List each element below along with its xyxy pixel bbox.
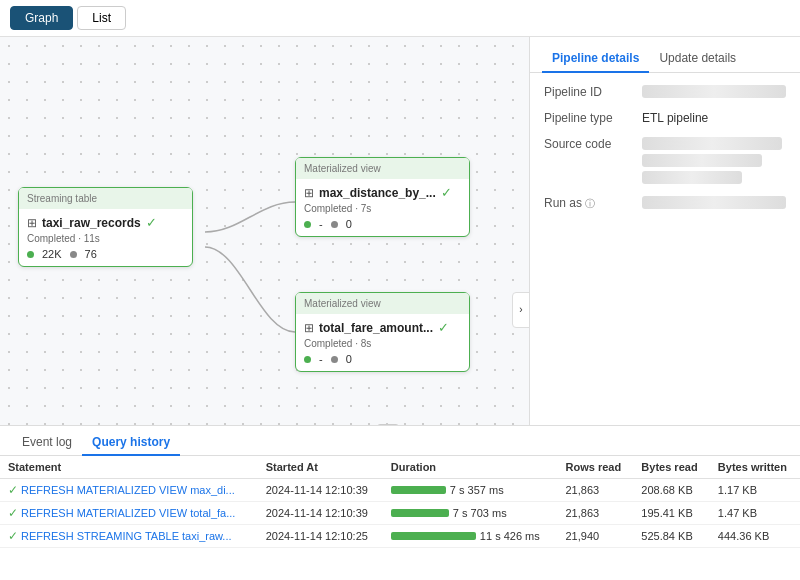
mat1-status: Completed · 7s — [304, 203, 461, 214]
duration-bar-2: 11 s 426 ms — [391, 530, 540, 542]
streaming-dot-green — [27, 251, 34, 258]
mat2-title: total_fare_amount... — [319, 321, 433, 335]
table-icon-mat1: ⊞ — [304, 186, 314, 200]
query-history-table: Statement Started At Duration Rows read … — [0, 456, 800, 548]
streaming-metrics: 22K 76 — [27, 248, 184, 260]
mat1-dot-green — [304, 221, 311, 228]
pipeline-id-value — [642, 85, 786, 98]
tab-event-log[interactable]: Event log — [12, 430, 82, 456]
dur-bar-fill-0 — [391, 486, 446, 494]
table-icon-streaming: ⊞ — [27, 216, 37, 230]
mat2-metrics: - 0 — [304, 353, 461, 365]
panel-row-pipeline-id: Pipeline ID — [544, 85, 786, 99]
toolbar: Graph List — [0, 0, 800, 37]
mat2-dot-green — [304, 356, 311, 363]
cell-started-at-1: 2024-11-14 12:10:39 — [258, 502, 383, 525]
cell-bytes-read-2: 525.84 KB — [633, 525, 710, 548]
table-row: ✓ REFRESH STREAMING TABLE taxi_raw... 20… — [0, 525, 800, 548]
cell-bytes-written-2: 444.36 KB — [710, 525, 800, 548]
table-icon-mat2: ⊞ — [304, 321, 314, 335]
cell-statement-2: ✓ REFRESH STREAMING TABLE taxi_raw... — [0, 525, 258, 548]
cell-statement-1: ✓ REFRESH MATERIALIZED VIEW total_fa... — [0, 502, 258, 525]
col-header-rows-read: Rows read — [557, 456, 633, 479]
streaming-metric2: 76 — [85, 248, 97, 260]
statement-link-2[interactable]: REFRESH STREAMING TABLE taxi_raw... — [21, 530, 231, 542]
graph-tab-button[interactable]: Graph — [10, 6, 73, 30]
node-mat-view-2[interactable]: Materialized view ⊞ total_fare_amount...… — [295, 292, 470, 372]
tab-update-details[interactable]: Update details — [649, 45, 746, 73]
tab-pipeline-details[interactable]: Pipeline details — [542, 45, 649, 73]
col-header-duration: Duration — [383, 456, 558, 479]
row-status-icon-0: ✓ — [8, 483, 18, 497]
run-as-info-icon: ⓘ — [585, 198, 595, 209]
source-code-label: Source code — [544, 137, 634, 184]
streaming-label-text: Streaming table — [27, 193, 97, 204]
mat2-metric1: - — [319, 353, 323, 365]
bottom-tabs: Event log Query history — [0, 426, 800, 456]
cell-duration-0: 7 s 357 ms — [383, 479, 558, 502]
duration-text-0: 7 s 357 ms — [450, 484, 504, 496]
run-as-label: Run as ⓘ — [544, 196, 634, 211]
row-status-icon-1: ✓ — [8, 506, 18, 520]
cell-duration-1: 7 s 703 ms — [383, 502, 558, 525]
mat1-label-text: Materialized view — [304, 163, 381, 174]
source-code-value — [642, 137, 786, 184]
mat2-label-text: Materialized view — [304, 298, 381, 309]
mat1-check-icon: ✓ — [441, 185, 452, 200]
streaming-check-icon: ✓ — [146, 215, 157, 230]
node-mat-view-1[interactable]: Materialized view ⊞ max_distance_by_... … — [295, 157, 470, 237]
statement-link-1[interactable]: REFRESH MATERIALIZED VIEW total_fa... — [21, 507, 235, 519]
pipeline-type-value: ETL pipeline — [642, 111, 786, 125]
duration-bar-1: 7 s 703 ms — [391, 507, 507, 519]
streaming-status: Completed · 11s — [27, 233, 184, 244]
query-history-table-container: Statement Started At Duration Rows read … — [0, 456, 800, 548]
bottom-section: Event log Query history Statement Starte… — [0, 425, 800, 580]
pipeline-id-label: Pipeline ID — [544, 85, 634, 99]
duration-bar-0: 7 s 357 ms — [391, 484, 504, 496]
mat1-metrics: - 0 — [304, 218, 461, 230]
streaming-dot-grey — [70, 251, 77, 258]
duration-text-2: 11 s 426 ms — [480, 530, 540, 542]
col-header-statement: Statement — [0, 456, 258, 479]
table-header-row: Statement Started At Duration Rows read … — [0, 456, 800, 479]
run-as-value — [642, 196, 786, 209]
cell-bytes-written-0: 1.17 KB — [710, 479, 800, 502]
statement-link-0[interactable]: REFRESH MATERIALIZED VIEW max_di... — [21, 484, 235, 496]
cell-statement-0: ✓ REFRESH MATERIALIZED VIEW max_di... — [0, 479, 258, 502]
node-streaming-body: ⊞ taxi_raw_records ✓ Completed · 11s 22K… — [19, 209, 192, 266]
mat1-dot-grey — [331, 221, 338, 228]
tab-query-history[interactable]: Query history — [82, 430, 180, 456]
mat2-dot-grey — [331, 356, 338, 363]
col-header-bytes-written: Bytes written — [710, 456, 800, 479]
collapse-panel-button[interactable]: › — [512, 292, 530, 328]
streaming-title: taxi_raw_records — [42, 216, 141, 230]
cell-rows-read-2: 21,940 — [557, 525, 633, 548]
cell-started-at-0: 2024-11-14 12:10:39 — [258, 479, 383, 502]
mat2-check-icon: ✓ — [438, 320, 449, 335]
node-streaming-table[interactable]: Streaming table ⊞ taxi_raw_records ✓ Com… — [18, 187, 193, 267]
panel-row-pipeline-type: Pipeline type ETL pipeline — [544, 111, 786, 125]
list-tab-button[interactable]: List — [77, 6, 126, 30]
streaming-metric1: 22K — [42, 248, 62, 260]
mat1-metric1: - — [319, 218, 323, 230]
panel-row-source-code: Source code — [544, 137, 786, 184]
panel-tabs: Pipeline details Update details — [530, 37, 800, 73]
dur-bar-fill-2 — [391, 532, 476, 540]
col-header-started-at: Started At — [258, 456, 383, 479]
node-mat2-label: Materialized view — [296, 293, 469, 314]
node-streaming-label: Streaming table — [19, 188, 192, 209]
mat2-metric2: 0 — [346, 353, 352, 365]
table-row: ✓ REFRESH MATERIALIZED VIEW total_fa... … — [0, 502, 800, 525]
cell-bytes-read-0: 208.68 KB — [633, 479, 710, 502]
duration-text-1: 7 s 703 ms — [453, 507, 507, 519]
cell-bytes-read-1: 195.41 KB — [633, 502, 710, 525]
cell-rows-read-1: 21,863 — [557, 502, 633, 525]
node-mat1-body: ⊞ max_distance_by_... ✓ Completed · 7s -… — [296, 179, 469, 236]
cell-duration-2: 11 s 426 ms — [383, 525, 558, 548]
mat1-metric2: 0 — [346, 218, 352, 230]
dur-bar-fill-1 — [391, 509, 449, 517]
node-mat2-body: ⊞ total_fare_amount... ✓ Completed · 8s … — [296, 314, 469, 371]
table-row: ✓ REFRESH MATERIALIZED VIEW max_di... 20… — [0, 479, 800, 502]
node-mat1-label: Materialized view — [296, 158, 469, 179]
col-header-bytes-read: Bytes read — [633, 456, 710, 479]
